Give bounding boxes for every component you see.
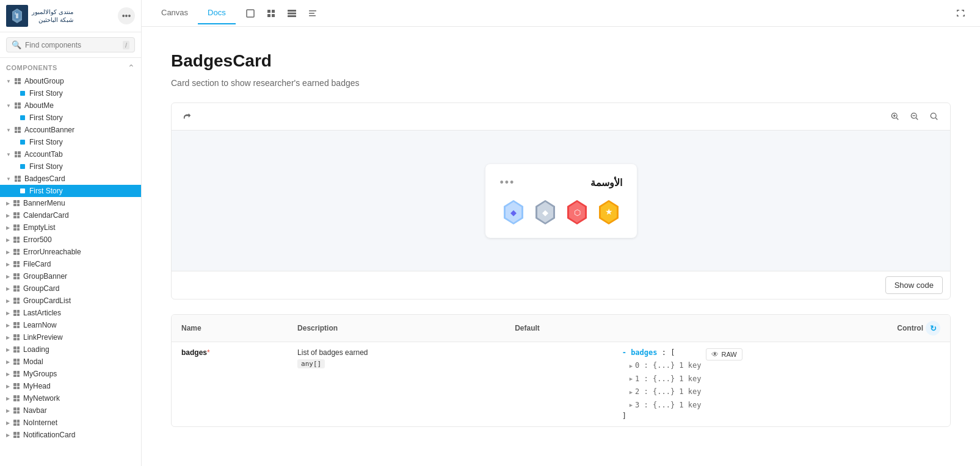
prop-type: any[] [297, 359, 325, 368]
sidebar-item-LastArticles[interactable]: ▶ LastArticles [0, 307, 141, 319]
required-star: * [207, 348, 210, 357]
sidebar-item-MyHead[interactable]: ▶ MyHead [0, 380, 141, 392]
sidebar-item-CalendarCard[interactable]: ▶ CalendarCard [0, 209, 141, 221]
top-tabs: Canvas Docs [151, 2, 236, 24]
sidebar-item-ErrorUnreachable[interactable]: ▶ ErrorUnreachable [0, 246, 141, 258]
triangle-icon: ▶ [6, 396, 10, 401]
triangle-icon: ▶ [6, 323, 10, 328]
sidebar-item-LinkPreview[interactable]: ▶ LinkPreview [0, 331, 141, 343]
sidebar-item-AboutMe[interactable]: ▼ AboutMe [0, 99, 141, 112]
triangle-icon: ▶ [6, 310, 10, 316]
group-icon [12, 345, 21, 354]
sidebar-item-AccountTab-FirstStory[interactable]: First Story [0, 160, 141, 173]
sidebar-item-GroupBanner[interactable]: ▶ GroupBanner [0, 270, 141, 282]
sidebar-item-AboutGroup-FirstStory[interactable]: First Story [0, 87, 141, 99]
badge-card-dots: ••• [500, 176, 515, 189]
sidebar-item-AccountBanner-FirstStory[interactable]: First Story [0, 136, 141, 148]
search-icon: 🔍 [12, 40, 21, 49]
svg-rect-2 [247, 10, 254, 17]
th-description: Description [288, 315, 505, 342]
sidebar-item-AboutMe-FirstStory[interactable]: First Story [0, 112, 141, 124]
sidebar-item-NoInternet[interactable]: ▶ NoInternet [0, 417, 141, 429]
svg-line-18 [916, 118, 918, 120]
triangle-icon: ▶ [6, 420, 10, 426]
view-paragraph-icon[interactable] [303, 4, 322, 23]
sidebar-item-AboutGroup[interactable]: ▼ AboutGroup [0, 75, 141, 87]
refresh-icon[interactable]: ↻ [926, 321, 940, 335]
zoom-out-icon[interactable] [906, 108, 923, 125]
page-title: BadgesCard [171, 51, 951, 71]
triangle-icon: ▶ [6, 359, 10, 365]
view-stacked-icon[interactable] [282, 4, 302, 23]
sidebar-item-MyNetwork[interactable]: ▶ MyNetwork [0, 392, 141, 404]
view-single-icon[interactable] [241, 4, 260, 23]
sidebar-item-NotificationCard[interactable]: ▶ NotificationCard [0, 429, 141, 441]
prop-name-cell: badges* [172, 342, 288, 427]
table-row: badges* List of badges earned any[] - ba… [172, 342, 950, 427]
show-code-button[interactable]: Show code [885, 276, 943, 294]
triangle-icon: ▶ [6, 201, 10, 206]
group-icon [12, 406, 21, 415]
sidebar-item-GroupCard[interactable]: ▶ GroupCard [0, 282, 141, 295]
group-icon [12, 199, 21, 207]
sidebar-item-GroupCardList[interactable]: ▶ GroupCardList [0, 295, 141, 307]
group-icon [12, 235, 21, 244]
components-collapse-icon[interactable]: ⌃ [128, 63, 135, 73]
badge-silver: ◆ [532, 199, 559, 226]
story-icon [18, 113, 27, 122]
group-icon [12, 309, 21, 317]
group-icon [13, 101, 22, 110]
sidebar-item-BadgesCard[interactable]: ▼ BadgesCard [0, 173, 141, 185]
badge-gold: ★ [595, 199, 622, 226]
sidebar-header: منتدى كوالالمبور شبكة الباحثين ••• [0, 0, 141, 32]
svg-rect-8 [288, 12, 296, 14]
th-name: Name [172, 315, 288, 342]
sidebar-item-FileCard[interactable]: ▶ FileCard [0, 258, 141, 270]
group-icon [12, 211, 21, 220]
group-icon [12, 248, 21, 256]
sidebar-item-MyGroups[interactable]: ▶ MyGroups [0, 368, 141, 380]
svg-point-20 [931, 113, 936, 118]
svg-text:⬡: ⬡ [573, 208, 580, 217]
triangle-icon: ▼ [6, 152, 11, 157]
sidebar-item-EmptyList[interactable]: ▶ EmptyList [0, 221, 141, 234]
sidebar-more-button[interactable]: ••• [118, 7, 135, 24]
preview-zoom-buttons [887, 108, 943, 125]
sidebar-item-BadgesCard-FirstStory[interactable]: First Story [0, 185, 141, 197]
group-icon [12, 223, 21, 232]
sidebar-item-LearnNow[interactable]: ▶ LearnNow [0, 319, 141, 331]
view-grid-icon[interactable] [261, 4, 281, 23]
svg-rect-10 [309, 10, 316, 12]
share-icon[interactable] [179, 108, 196, 125]
sidebar-item-Navbar[interactable]: ▶ Navbar [0, 404, 141, 417]
zoom-in-icon[interactable] [887, 108, 904, 125]
sidebar-scroll: ▼ AboutGroup First Story ▼ AboutMe First… [0, 75, 141, 466]
fullscreen-button[interactable] [951, 4, 970, 23]
triangle-icon: ▶ [6, 213, 10, 218]
triangle-icon: ▶ [6, 432, 10, 438]
sidebar-item-AccountBanner[interactable]: ▼ AccountBanner [0, 124, 141, 136]
story-icon [18, 187, 27, 195]
preview-footer: Show code [172, 271, 950, 299]
control-tree: - badges : [ ▶0 : {...} 1 key ▶1 : {...}… [622, 348, 702, 420]
sidebar-item-Error500[interactable]: ▶ Error500 [0, 234, 141, 246]
zoom-reset-icon[interactable] [926, 108, 943, 125]
group-icon [12, 418, 21, 427]
sidebar-item-Loading[interactable]: ▶ Loading [0, 343, 141, 356]
tab-docs[interactable]: Docs [198, 2, 236, 24]
search-slash: / [123, 41, 129, 49]
sidebar-item-AccountTab[interactable]: ▼ AccountTab [0, 148, 141, 160]
svg-line-14 [896, 118, 898, 120]
preview-toolbar [172, 103, 950, 131]
raw-button[interactable]: 👁 RAW [706, 348, 742, 360]
tab-canvas[interactable]: Canvas [151, 2, 198, 24]
th-control: Control ↻ [612, 315, 950, 342]
logo-icon [6, 5, 28, 27]
search-box[interactable]: 🔍 / [6, 37, 135, 52]
group-icon [12, 357, 21, 366]
sidebar-item-BannerMenu[interactable]: ▶ BannerMenu [0, 197, 141, 209]
badge-red: ⬡ [564, 199, 590, 226]
search-input[interactable] [25, 41, 119, 49]
svg-rect-7 [288, 10, 296, 12]
sidebar-item-Modal[interactable]: ▶ Modal [0, 356, 141, 368]
